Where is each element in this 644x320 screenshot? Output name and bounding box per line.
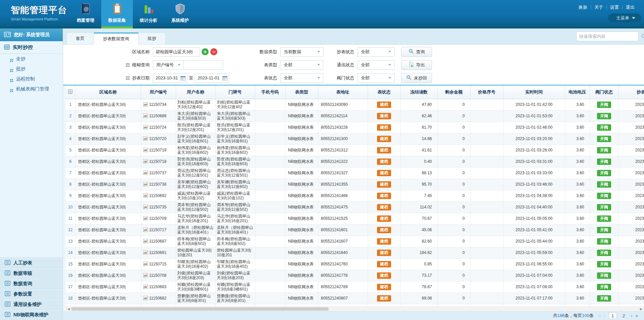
chart-link-icon[interactable] xyxy=(143,296,148,300)
read-status-select[interactable]: 全部 xyxy=(358,47,394,57)
calendar-icon[interactable] xyxy=(222,76,227,81)
add-area-button[interactable]: + xyxy=(202,48,209,55)
select-all-header[interactable] xyxy=(66,85,75,99)
query-button[interactable]: 查询 xyxy=(401,47,432,57)
prev-page-button[interactable]: ‹ xyxy=(604,313,606,318)
sidebar-accordion-item[interactable]: 人工抄表 xyxy=(0,258,63,268)
chart-link-icon[interactable] xyxy=(143,114,148,118)
meter-type-select[interactable]: 全部 xyxy=(280,60,323,70)
table-row[interactable]: 15 曾都区-碧桂园翠山蓝天3街 11150715 邹耀东(碧桂园翠山蓝天3街1… xyxy=(66,258,644,270)
table-row[interactable]: 5 曾都区-碧桂园翠山蓝天3街 11150719 柏伟星(碧桂园翠山蓝天3街16… xyxy=(66,144,644,156)
table-row[interactable]: 16 曾都区-碧桂园翠山蓝天3街 11150708 刘俊(碧桂园翠山蓝天3街16… xyxy=(66,270,644,281)
not-read-back-button[interactable]: 未抄回 xyxy=(401,73,432,83)
table-row[interactable]: 12 曾都区-碧桂园翠山蓝天3街 11150717 孟秋月（碧桂园翠山蓝天3街1… xyxy=(66,224,644,236)
chart-link-icon[interactable] xyxy=(143,205,148,209)
fuzzy-query-input[interactable] xyxy=(183,60,223,70)
nav-item-maintenance[interactable]: 系统维护 xyxy=(164,0,196,28)
skin-link[interactable]: 换肤 xyxy=(575,4,591,10)
sidebar-item[interactable]: 远程控制 xyxy=(0,74,63,84)
chart-link-icon[interactable] xyxy=(143,193,148,198)
door-no-cell: 周运忠(碧桂园翠山蓝天3街12座501) xyxy=(215,167,255,179)
table-row[interactable]: 4 曾都区-碧桂园翠山蓝天3街 11150720 彭学义(碧桂园翠山蓝天3街16… xyxy=(66,133,644,144)
chart-link-icon[interactable] xyxy=(143,182,148,186)
next-page-button[interactable]: › xyxy=(631,313,633,318)
nav-item-data-collect[interactable]: 数据采集 xyxy=(101,0,133,28)
fuzzy-field-select[interactable]: 用户编号 xyxy=(153,60,184,70)
first-page-button[interactable]: « xyxy=(598,313,601,318)
balance-cell: 0 xyxy=(437,167,470,179)
chart-link-icon[interactable] xyxy=(143,284,148,289)
table-row[interactable]: 17 曾都区-碧桂园翠山蓝天3街 11150683 何颖(碧桂园翠山蓝天3街8座… xyxy=(66,281,644,293)
search-icon[interactable] xyxy=(641,34,644,39)
sidebar-accordion-item[interactable]: 数据查询 xyxy=(0,278,63,289)
table-row[interactable]: 14 曾都区-碧桂园翠山蓝天3街 11150691 碧桂园翠山蓝天3街10座20… xyxy=(66,247,644,258)
chart-link-icon[interactable] xyxy=(143,136,148,141)
date-to-input[interactable]: 2023-11-01 xyxy=(195,73,229,83)
sidebar-accordion-item[interactable]: 数据审核 xyxy=(0,268,63,278)
main-menu-button[interactable]: 主菜单 xyxy=(608,13,641,22)
tab-batch-read[interactable]: 批抄 xyxy=(139,33,166,45)
chart-link-icon[interactable] xyxy=(143,239,148,243)
table-row[interactable]: 9 曾都区-碧桂园翠山蓝天3街 11150692 戚岚(碧桂园翠山蓝天3街10座… xyxy=(66,190,644,201)
tab-home[interactable]: 首页 xyxy=(66,33,94,45)
export-button[interactable]: 导出 xyxy=(401,60,432,70)
about-link[interactable]: 关于 xyxy=(591,4,606,10)
scrollbar-thumb[interactable] xyxy=(71,307,329,311)
area-name-input[interactable]: 碧桂园翠山蓝天3街 xyxy=(153,47,200,57)
table-row[interactable]: 19 曾都区-碧桂园翠山蓝天3街 王俊(碧桂园翠山蓝 王俊(碧桂园翠山蓝 xyxy=(66,304,644,307)
tab-meter-data-query[interactable]: 抄表数据查询 xyxy=(94,33,139,45)
chart-link-icon[interactable] xyxy=(143,228,148,232)
meter-status-select[interactable]: 全部 xyxy=(280,73,323,83)
sidebar-item[interactable]: 机械表阀门管理 xyxy=(0,84,63,94)
settings-link[interactable]: 设置 xyxy=(607,4,622,10)
sidebar-accordion-item[interactable]: NB物联网表维护 xyxy=(0,310,63,320)
quick-search-input[interactable] xyxy=(577,34,641,39)
column-header: 电池电压 xyxy=(565,85,590,99)
chart-link-icon[interactable] xyxy=(143,250,148,255)
sidebar-accordion-label: NB物联网表维护 xyxy=(13,312,48,318)
sidebar-item[interactable]: 批抄 xyxy=(0,64,63,74)
read-time-cell: 2023-11-01 xyxy=(619,190,644,201)
data-type-select[interactable]: 当前数据 xyxy=(280,47,323,57)
scroll-right-arrow-icon[interactable]: ▶ xyxy=(639,307,644,311)
door-no-cell: 朱大庆(碧桂园翠山蓝天3街8座503) xyxy=(215,110,255,122)
table-row[interactable]: 3 曾都区-碧桂园翠山蓝天3街 11150724 殷浩(碧桂园翠山蓝天3街12座… xyxy=(66,122,644,133)
sidebar-section-realtime-reading[interactable]: 实时抄控 xyxy=(0,41,63,54)
chart-link-icon[interactable] xyxy=(143,273,148,277)
logout-link[interactable]: 退出 xyxy=(623,4,638,10)
sidebar-item[interactable]: 全抄 xyxy=(0,54,63,64)
table-row[interactable]: 2 曾都区-碧桂园翠山蓝天3街 11150686 朱大庆(碧桂园翠山蓝天3街8座… xyxy=(66,110,644,122)
page-2-button[interactable]: 2 xyxy=(620,312,628,319)
calendar-icon[interactable] xyxy=(180,76,185,81)
table-row[interactable]: 7 曾都区-碧桂园翠山蓝天3街 11150737 周运忠(碧桂园翠山蓝天3街12… xyxy=(66,167,644,179)
table-row[interactable]: 1 曾都区-碧桂园翠山蓝天3街 11150734 刘权(碧桂园翠山蓝天3街12座… xyxy=(66,99,644,110)
nav-item-archive[interactable]: @ 档案管理 xyxy=(70,0,101,28)
scroll-left-arrow-icon[interactable]: ◀ xyxy=(66,307,71,311)
chart-link-icon[interactable] xyxy=(143,148,148,152)
nav-item-statistics[interactable]: 统计分析 xyxy=(133,0,164,28)
valve-status-select[interactable]: 全部 xyxy=(358,73,394,83)
page-1-button[interactable]: 1 xyxy=(609,312,617,319)
sidebar-accordion-item[interactable]: 参数设置 xyxy=(0,289,63,299)
chart-link-icon[interactable] xyxy=(143,171,148,175)
user-card-icon xyxy=(4,32,11,38)
table-row[interactable]: 13 曾都区-碧桂园翠山蓝天3街 11150687 田冬梅(碧桂园翠山蓝天3街8… xyxy=(66,236,644,247)
chart-link-icon[interactable] xyxy=(143,102,148,107)
meter-status-cell: 建档 xyxy=(368,224,400,236)
table-row[interactable]: 10 曾都区-碧桂园翠山蓝天3街 11150735 周本智(碧桂园翠山蓝天3街1… xyxy=(66,201,644,213)
chart-link-icon[interactable] xyxy=(143,262,148,266)
last-page-button[interactable]: » xyxy=(635,313,638,318)
remove-area-button[interactable]: − xyxy=(210,48,217,55)
chart-link-icon[interactable] xyxy=(143,159,148,164)
comm-status-select[interactable]: 全部 xyxy=(358,60,394,70)
table-row[interactable]: 11 曾都区-碧桂园翠山蓝天3街 11150709 马志华(碧桂园翠山蓝天3街1… xyxy=(66,213,644,224)
chart-link-icon[interactable] xyxy=(143,125,148,129)
table-row[interactable]: 8 曾都区-碧桂园翠山蓝天3街 11150738 吴军娜(碧桂园翠山蓝天3街12… xyxy=(66,179,644,190)
shield-icon xyxy=(174,3,186,16)
scrollbar-track[interactable]: ◀ ▶ xyxy=(66,307,644,311)
table-row[interactable]: 6 曾都区-碧桂园翠山蓝天3街 11150718 郭世强(碧桂园翠山蓝天3街16… xyxy=(66,156,644,167)
table-row[interactable]: 18 曾都区-碧桂园翠山蓝天3街 11150682 曾鹏傲(碧桂园翠山蓝天3街8… xyxy=(66,293,644,304)
sidebar-accordion-item[interactable]: 通用设备维护 xyxy=(0,299,63,310)
chart-link-icon[interactable] xyxy=(143,216,148,220)
date-from-input[interactable]: 2023-10-31 xyxy=(153,73,187,83)
